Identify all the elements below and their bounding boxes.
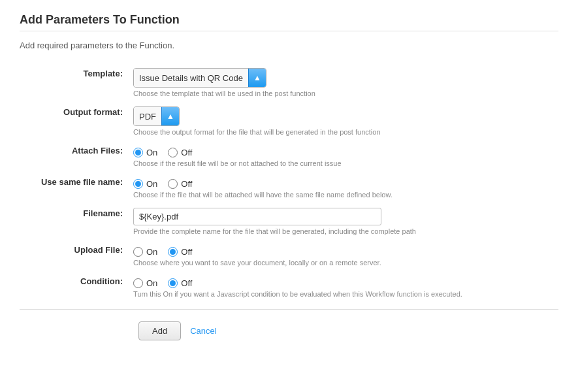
template-select-container[interactable]: Issue Details with QR Code ▲ <box>133 68 266 88</box>
template-label: Template: <box>20 63 131 102</box>
upload-file-on-item[interactable]: On <box>133 247 157 257</box>
upload-file-row: Upload File: On Off Choose where you wan… <box>20 240 558 271</box>
condition-off-label[interactable]: Off <box>181 278 192 288</box>
condition-radio-group: On Off <box>133 276 556 288</box>
attach-files-radio-group: On Off <box>133 145 556 157</box>
attach-files-on-radio[interactable] <box>133 148 143 157</box>
upload-file-radio-group: On Off <box>133 244 556 257</box>
attach-files-label: Attach Files: <box>20 140 131 172</box>
attach-files-row: Attach Files: On Off Choose if the resul… <box>20 140 558 172</box>
attach-files-off-radio[interactable] <box>168 148 178 157</box>
condition-control: On Off Turn this On if you want a Javasc… <box>131 271 558 302</box>
attach-files-on-label[interactable]: On <box>146 148 157 157</box>
same-filename-control: On Off Choose if the file that will be a… <box>131 172 558 203</box>
template-select[interactable]: Issue Details with QR Code <box>134 69 248 87</box>
upload-file-off-label[interactable]: Off <box>181 247 192 257</box>
attach-files-on-item[interactable]: On <box>133 148 157 157</box>
page-container: Add Parameters To Function Add required … <box>0 0 578 360</box>
same-filename-on-item[interactable]: On <box>133 179 157 189</box>
attach-files-off-label[interactable]: Off <box>181 148 192 157</box>
same-filename-on-radio[interactable] <box>133 179 143 189</box>
same-filename-hint: Choose if the file that will be attached… <box>133 191 556 199</box>
same-filename-radio-group: On Off <box>133 176 556 189</box>
page-divider <box>20 31 558 31</box>
filename-hint: Provide the complete name for the file t… <box>133 227 556 235</box>
button-row: Add Cancel <box>20 310 558 347</box>
output-format-select[interactable]: PDF <box>134 107 161 125</box>
upload-file-off-radio[interactable] <box>168 247 178 257</box>
upload-file-off-item[interactable]: Off <box>168 247 192 257</box>
same-filename-off-item[interactable]: Off <box>168 179 192 189</box>
filename-control: Provide the complete name for the file t… <box>131 203 558 240</box>
condition-row: Condition: On Off Turn this On if you wa… <box>20 271 558 302</box>
condition-on-label[interactable]: On <box>146 278 157 288</box>
cancel-button[interactable]: Cancel <box>187 321 219 340</box>
attach-files-off-item[interactable]: Off <box>168 148 192 157</box>
same-filename-label: Use same file name: <box>20 172 131 203</box>
condition-off-item[interactable]: Off <box>168 278 192 288</box>
attach-files-hint: Choose if the result file will be or not… <box>133 159 556 167</box>
attach-files-control: On Off Choose if the result file will be… <box>131 140 558 172</box>
template-row: Template: Issue Details with QR Code ▲ C… <box>20 63 558 102</box>
output-format-control: PDF ▲ Choose the output format for the f… <box>131 102 558 140</box>
same-filename-off-label[interactable]: Off <box>181 179 192 189</box>
page-subtitle: Add required parameters to the Function. <box>20 41 558 50</box>
filename-row: Filename: Provide the complete name for … <box>20 203 558 240</box>
condition-on-item[interactable]: On <box>133 278 157 288</box>
filename-input[interactable] <box>133 208 381 225</box>
output-format-row: Output format: PDF ▲ Choose the output f… <box>20 102 558 140</box>
output-format-label: Output format: <box>20 102 131 140</box>
template-select-arrow[interactable]: ▲ <box>248 69 266 87</box>
form-table: Template: Issue Details with QR Code ▲ C… <box>20 63 558 302</box>
upload-file-on-radio[interactable] <box>133 247 143 257</box>
template-control: Issue Details with QR Code ▲ Choose the … <box>131 63 558 102</box>
template-hint: Choose the template that will be used in… <box>133 90 556 97</box>
page-title: Add Parameters To Function <box>20 13 558 27</box>
upload-file-on-label[interactable]: On <box>146 247 157 257</box>
upload-file-control: On Off Choose where you want to save you… <box>131 240 558 271</box>
upload-file-label: Upload File: <box>20 240 131 271</box>
output-format-select-arrow[interactable]: ▲ <box>161 107 179 125</box>
same-filename-row: Use same file name: On Off Choose if the… <box>20 172 558 203</box>
condition-on-radio[interactable] <box>133 278 143 288</box>
upload-file-hint: Choose where you want to save your docum… <box>133 259 556 267</box>
condition-label: Condition: <box>20 271 131 302</box>
output-format-hint: Choose the output format for the file th… <box>133 128 556 136</box>
filename-label: Filename: <box>20 203 131 240</box>
add-button[interactable]: Add <box>138 321 181 340</box>
condition-hint: Turn this On if you want a Javascript co… <box>133 290 556 298</box>
output-format-select-container[interactable]: PDF ▲ <box>133 106 180 126</box>
same-filename-on-label[interactable]: On <box>146 179 157 189</box>
same-filename-off-radio[interactable] <box>168 179 178 189</box>
condition-off-radio[interactable] <box>168 278 178 288</box>
